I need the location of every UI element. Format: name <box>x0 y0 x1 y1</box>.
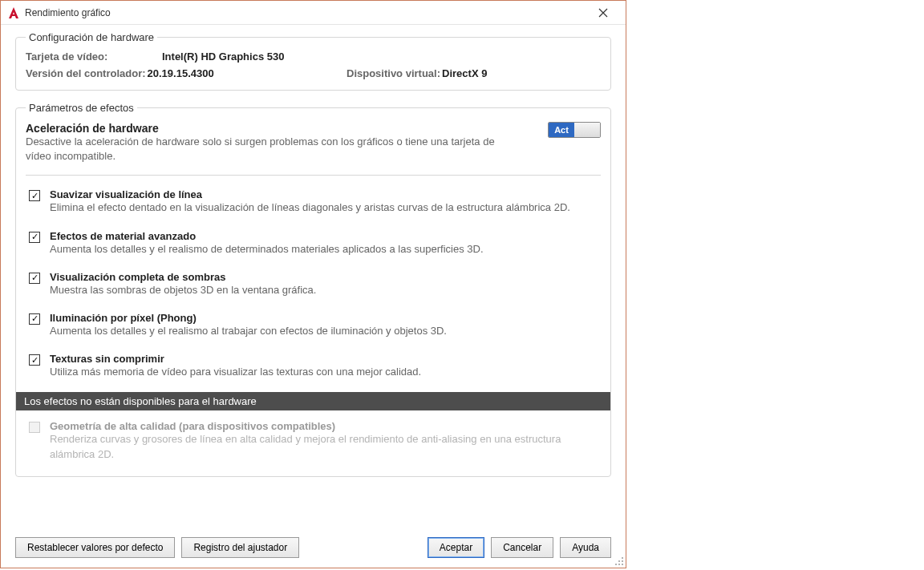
option-title: Visualización completa de sombras <box>50 271 601 283</box>
checkbox-uncompressed-textures[interactable]: ✓ <box>29 354 40 366</box>
restore-defaults-button[interactable]: Restablecer valores por defecto <box>15 537 175 558</box>
svg-point-4 <box>618 564 620 565</box>
option-desc: Aumenta los detalles y el realismo de de… <box>50 242 601 257</box>
option-full-shadow: ✓ Visualización completa de sombras Mues… <box>26 266 601 307</box>
checkbox-advanced-material[interactable]: ✓ <box>29 232 40 243</box>
close-button[interactable] <box>587 2 619 24</box>
ok-button[interactable]: Aceptar <box>428 537 484 558</box>
checkmark-icon: ✓ <box>31 314 38 323</box>
checkbox-full-shadow[interactable]: ✓ <box>29 273 40 284</box>
hardware-legend: Configuración de hardware <box>26 31 157 43</box>
checkmark-icon: ✓ <box>31 192 38 200</box>
option-desc: Utiliza más memoria de vídeo para visual… <box>50 365 601 379</box>
video-card-label: Tarjeta de vídeo: <box>26 51 162 63</box>
tuner-log-button[interactable]: Registro del ajustador <box>181 537 299 558</box>
option-smooth-line: ✓ Suavizar visualización de línea Elimin… <box>26 184 601 224</box>
dialog-title: Rendimiento gráfico <box>25 7 587 18</box>
dialog-body: Configuración de hardware Tarjeta de víd… <box>1 25 626 529</box>
option-desc: Renderiza curvas y grosores de línea en … <box>50 432 601 461</box>
option-title: Texturas sin comprimir <box>50 353 601 365</box>
resize-grip[interactable] <box>613 555 624 566</box>
hardware-config-group: Configuración de hardware Tarjeta de víd… <box>15 31 611 91</box>
titlebar: Rendimiento gráfico <box>1 1 626 25</box>
effects-params-group: Parámetros de efectos Aceleración de har… <box>15 102 611 477</box>
unavailable-effects-header: Los efectos no están disponibles para el… <box>16 392 610 410</box>
option-title: Geometría de alta calidad (para disposit… <box>50 420 601 432</box>
checkmark-icon: ✓ <box>31 232 38 241</box>
checkbox-phong-lighting[interactable]: ✓ <box>29 313 40 325</box>
svg-point-2 <box>622 560 623 562</box>
option-title: Efectos de material avanzado <box>50 230 601 242</box>
hw-accel-toggle[interactable]: Act <box>548 122 601 138</box>
graphics-performance-dialog: Rendimiento gráfico Configuración de har… <box>0 0 626 568</box>
option-advanced-material: ✓ Efectos de material avanzado Aumenta l… <box>26 225 601 266</box>
checkbox-smooth-line[interactable]: ✓ <box>29 190 40 201</box>
driver-version-value: 20.19.15.4300 <box>148 67 214 79</box>
option-desc: Muestra las sombras de objetos 3D en la … <box>50 283 601 297</box>
svg-point-1 <box>618 560 620 562</box>
option-title: Suavizar visualización de línea <box>50 188 601 200</box>
option-uncompressed-textures: ✓ Texturas sin comprimir Utiliza más mem… <box>26 348 601 389</box>
divider <box>26 175 601 176</box>
checkmark-icon: ✓ <box>31 273 38 282</box>
checkmark-icon: ✓ <box>31 356 38 365</box>
virtual-device-label: Dispositivo virtual: <box>346 67 440 79</box>
svg-point-5 <box>622 564 623 565</box>
cancel-button[interactable]: Cancelar <box>491 537 553 558</box>
driver-version-label: Versión del controlador: <box>26 67 146 79</box>
video-card-value: Intel(R) HD Graphics 530 <box>162 51 284 63</box>
option-high-quality-geometry: Geometría de alta calidad (para disposit… <box>26 415 601 471</box>
virtual-device-value: DirectX 9 <box>442 67 487 79</box>
app-icon <box>7 6 20 19</box>
option-phong-lighting: ✓ Iluminación por píxel (Phong) Aumenta … <box>26 307 601 348</box>
checkbox-high-quality-geometry <box>29 422 40 433</box>
effects-legend: Parámetros de efectos <box>26 102 137 114</box>
dialog-button-row: Restablecer valores por defecto Registro… <box>1 529 626 568</box>
option-title: Iluminación por píxel (Phong) <box>50 312 601 324</box>
option-desc: Elimina el efecto dentado en la visualiz… <box>50 200 601 215</box>
hw-accel-desc: Desactive la aceleración de hardware sol… <box>26 135 507 164</box>
option-desc: Aumenta los detalles y el realismo al tr… <box>50 324 601 338</box>
toggle-on-label: Act <box>549 123 574 137</box>
toggle-off-side <box>574 123 600 137</box>
svg-point-0 <box>622 557 623 559</box>
help-button[interactable]: Ayuda <box>560 537 611 558</box>
hw-accel-title: Aceleración de hardware <box>26 122 507 135</box>
svg-point-3 <box>615 564 617 565</box>
